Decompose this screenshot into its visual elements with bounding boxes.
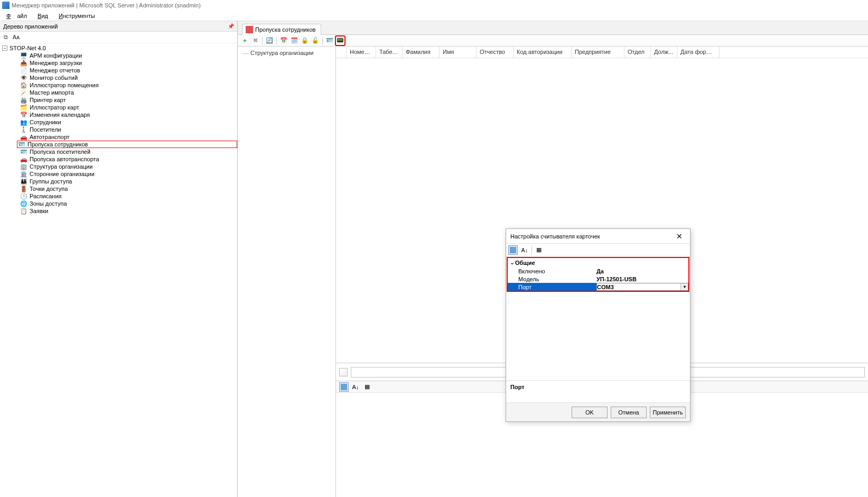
delete-button[interactable]: ✖ <box>250 36 260 45</box>
refresh-button[interactable]: 🔄 <box>265 36 274 45</box>
tree-item[interactable]: 🖨️Принтер карт <box>20 96 237 104</box>
tree-item-label: Группы доступа <box>30 178 72 185</box>
tree-item[interactable]: 📥Менеджер загрузки <box>20 59 237 67</box>
org-root[interactable]: Структура организации <box>243 50 330 56</box>
tree-item-label: Сотрудники <box>30 119 61 125</box>
prop-value[interactable]: УП-12501-USB <box>596 275 688 283</box>
tree-item-label: Принтер карт <box>30 97 66 103</box>
dialog-title: Настройка считывателя карточек <box>510 233 600 240</box>
ok-button[interactable]: OK <box>572 407 608 418</box>
unlock-button[interactable]: 🔓 <box>311 36 320 45</box>
item-icon: 🚗 <box>20 133 27 141</box>
card-one-button[interactable]: 🪪 <box>325 36 334 45</box>
item-icon: 👪 <box>20 178 27 185</box>
chevron-down-icon[interactable]: ⌄ <box>510 259 515 266</box>
tree-item-label: Пропуска автотранспорта <box>30 156 99 162</box>
filter-clear-icon[interactable] <box>339 368 348 376</box>
pin-icon[interactable]: 📌 <box>228 23 234 29</box>
tree-item[interactable]: 🌐Зоны доступа <box>20 200 237 207</box>
tree-item[interactable]: 🏠Иллюстратор помещения <box>20 81 237 89</box>
menu-view[interactable]: Вид <box>34 12 51 20</box>
prop-row-model[interactable]: Модель УП-12501-USB <box>508 275 688 283</box>
prop-value[interactable]: Да <box>596 267 688 275</box>
alphabetical-icon[interactable]: A↓ <box>351 382 360 392</box>
tree-item-label: Автотранспорт <box>30 134 70 140</box>
font-icon[interactable]: Aᴀ <box>13 34 20 41</box>
categorized-icon[interactable] <box>339 382 349 392</box>
prop-row-port[interactable]: Порт COM3 ▾ <box>508 283 688 291</box>
column-header[interactable]: Номер ... <box>347 47 376 58</box>
separator <box>262 36 263 45</box>
prop-key: Включено <box>508 267 596 275</box>
tree-item[interactable]: 🖥️АРМ конфигурации <box>20 52 237 59</box>
tree-item[interactable]: 👪Группы доступа <box>20 178 237 185</box>
item-icon: 📋 <box>20 207 27 215</box>
calendar14-button[interactable]: 🗓️ <box>290 36 299 45</box>
tab-title: Пропуска сотрудников <box>255 26 315 33</box>
column-header[interactable]: Фамилия <box>403 47 440 58</box>
item-icon: 👥 <box>20 118 27 126</box>
dropdown-icon[interactable]: ▾ <box>680 283 688 290</box>
column-header[interactable]: Имя <box>440 47 477 58</box>
tree-item[interactable]: 📋Заявки <box>20 207 237 215</box>
tree-root[interactable]: − STOP-Net 4.0 <box>2 44 237 52</box>
add-button[interactable]: ＋ <box>240 36 249 45</box>
item-icon: 👁️ <box>20 74 27 81</box>
column-header[interactable]: Дата формир... <box>677 47 720 58</box>
prop-key: Порт <box>508 283 596 291</box>
column-header[interactable]: Предприятие <box>572 47 624 58</box>
dialog-body <box>506 292 690 380</box>
apply-button[interactable]: Применить <box>650 407 686 418</box>
alphabetical-icon[interactable]: A↓ <box>520 245 529 255</box>
menubar: Файл Вид Инструменты <box>0 11 868 21</box>
pages-icon[interactable]: ▦ <box>534 245 544 255</box>
item-icon: 🪄 <box>20 89 27 96</box>
category-general[interactable]: ⌄ Общие <box>508 258 688 267</box>
tree-item[interactable]: 🪪Пропуска посетителей <box>20 148 237 155</box>
tree-item[interactable]: 🏛️Сторонние организации <box>20 170 237 178</box>
collapse-icon[interactable]: ⧉ <box>2 34 10 41</box>
collapse-toggle-icon[interactable]: − <box>2 45 7 51</box>
card-reader-settings-button[interactable]: 📟 <box>335 36 345 45</box>
cancel-button[interactable]: Отмена <box>611 407 647 418</box>
column-header[interactable]: Отчество <box>477 47 514 58</box>
separator <box>531 246 532 254</box>
categorized-icon[interactable] <box>508 245 518 255</box>
property-grid: ⌄ Общие Включено Да Модель УП-12501-USB … <box>507 257 689 292</box>
tree-item[interactable]: 🚪Точки доступа <box>20 185 237 192</box>
row-header-spacer <box>336 47 347 58</box>
pages-icon[interactable]: ▦ <box>362 382 372 392</box>
column-header[interactable]: Табель... <box>376 47 403 58</box>
tree-item[interactable]: 🚗Пропуска автотранспорта <box>20 155 237 163</box>
menu-file[interactable]: Файл <box>3 12 30 20</box>
item-icon: 🪪 <box>18 141 25 148</box>
tree-item[interactable]: 🏢Структура организации <box>20 163 237 170</box>
tree-item[interactable]: 🚗Автотранспорт <box>20 133 237 141</box>
dialog-toolbar: A↓ ▦ <box>506 244 690 256</box>
tree-item[interactable]: 🕒Расписания <box>20 192 237 200</box>
tree-item[interactable]: 🗂️Иллюстратор карт <box>20 104 237 111</box>
prop-row-enabled[interactable]: Включено Да <box>508 267 688 275</box>
close-icon[interactable]: ✕ <box>673 231 686 242</box>
item-icon: 📥 <box>20 59 27 67</box>
tree-item-label: Иллюстратор карт <box>30 104 79 111</box>
prop-key: Модель <box>508 275 596 283</box>
tree-item[interactable]: 👁️Монитор событий <box>20 74 237 81</box>
item-icon: 🚶 <box>20 126 27 133</box>
tree-item[interactable]: 📅Изменения календаря <box>20 111 237 118</box>
column-header[interactable]: Долж... <box>651 47 677 58</box>
tree-item-label: Монитор событий <box>30 75 78 81</box>
tree-item[interactable]: 🪄Мастер импорта <box>20 89 237 96</box>
column-header[interactable]: Код авторизации <box>514 47 572 58</box>
tree-item[interactable]: 🪪Пропуска сотрудников <box>17 141 237 148</box>
lock-button[interactable]: 🔒 <box>300 36 310 45</box>
tab-employee-passes[interactable]: Пропуска сотрудников <box>242 24 321 35</box>
calendar-button[interactable]: 📅 <box>279 36 288 45</box>
tree-item[interactable]: 🚶Посетители <box>20 126 237 133</box>
tree-item[interactable]: 📄Менеджер отчетов <box>20 67 237 74</box>
column-header[interactable]: Отдел <box>624 47 651 58</box>
prop-value[interactable]: COM3 ▾ <box>596 283 688 291</box>
tree-root-label: STOP-Net 4.0 <box>10 45 46 51</box>
tree-item[interactable]: 👥Сотрудники <box>20 118 237 126</box>
menu-tools[interactable]: Инструменты <box>55 12 98 20</box>
